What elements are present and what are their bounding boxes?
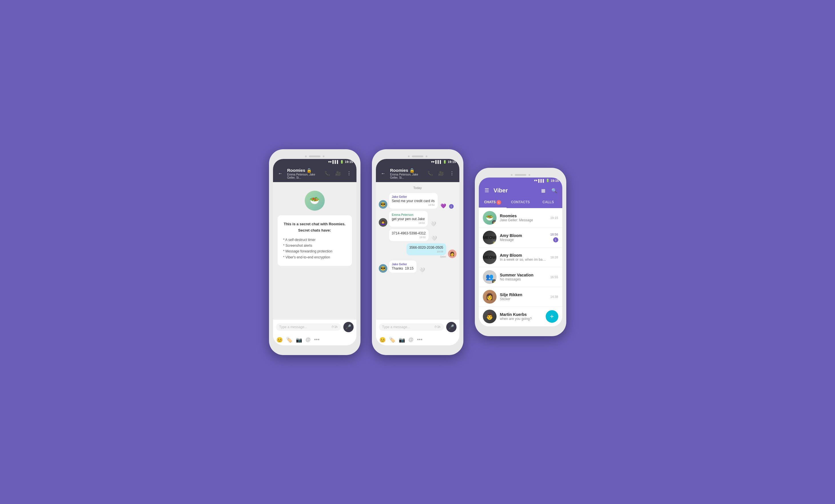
message-input-2[interactable]: Type a message... ⏱1h [379, 323, 444, 331]
chat-title-2: Roomies 🔒 [390, 168, 423, 173]
secret-heading: This is a secret chat with Roomies.Secre… [283, 221, 346, 234]
phone-speaker-2 [412, 156, 423, 157]
camera-icon-2[interactable]: 📷 [399, 337, 405, 343]
wifi-icon-3: ▾▾ [534, 179, 537, 182]
phone-button-2[interactable]: 📞 [426, 169, 434, 178]
lock-badge-summer: 🔒 [492, 279, 496, 284]
wifi-icon: ▾▾ [328, 160, 332, 164]
feature-3: * Message forwarding protection [283, 248, 346, 254]
secret-avatar: 🥗 [305, 191, 325, 211]
input-bar-2: Type a message... ⏱1h 🎤 [376, 319, 460, 335]
tab-chats[interactable]: CHATS1 [479, 197, 507, 208]
mention-icon-2[interactable]: @ [408, 337, 414, 343]
timer-label-2: ⏱1h [434, 325, 440, 328]
battery-icon-3: 🔋 [546, 179, 550, 182]
mention-icon-1[interactable]: @ [306, 337, 311, 343]
chat-time-amy-2: 18:28 [550, 256, 558, 259]
phone-3-top [479, 172, 562, 178]
secret-chat-content: 🥗 This is a secret chat with Roomies.Sec… [273, 182, 357, 319]
chat-item-amy-1[interactable]: MEOW 🔒 Amy Bloom Message 18:56 1 [479, 228, 562, 247]
like-icon-5[interactable]: 🤍 [419, 267, 425, 273]
chat-preview-amy-2: In a week or so, when im back lets meet … [500, 258, 547, 262]
toolbar-1: 😊 🏷️ 📷 @ ••• [273, 335, 357, 345]
more-button-2[interactable]: ⋮ [448, 169, 456, 178]
chat-item-martin[interactable]: 👨 Martin Kuerbs when are you going? + [479, 307, 562, 326]
chat-item-silje[interactable]: 👩 Silje Rikken Sticker 14:38 [479, 287, 562, 307]
chat-item-amy-2[interactable]: MEOW Amy Bloom In a week or so, when im … [479, 247, 562, 267]
back-button-1[interactable]: ← [277, 169, 284, 178]
phone-3-bottom [479, 326, 562, 332]
heart-icon-1[interactable]: 💜 [441, 203, 446, 209]
back-button-2[interactable]: ← [379, 169, 387, 178]
tab-calls[interactable]: CALLS [534, 197, 562, 208]
msg-text-5: Thanks 19:15 [392, 266, 414, 270]
more-tools-icon-2[interactable]: ••• [417, 337, 423, 343]
mic-button-1[interactable]: 🎤 [343, 322, 353, 332]
menu-icon[interactable]: ☰ [483, 186, 491, 195]
chat-time-summer: 16:55 [550, 275, 558, 279]
chat-time-amy-1: 18:56 [550, 233, 558, 236]
like-icon-2[interactable]: 🤍 [430, 221, 436, 227]
like-icon-3[interactable]: 🤍 [431, 236, 437, 241]
phone-button-1[interactable]: 📞 [323, 169, 331, 178]
message-row-1: 😎 Jake Geller Send me your credit card #… [379, 193, 456, 209]
chat-avatar-martin: 👨 [483, 309, 496, 323]
secret-info-box: This is a secret chat with Roomies.Secre… [278, 215, 352, 266]
message-row-3: 3714-4963-5398-4312 19:02 🤍 [379, 229, 456, 241]
msg-bubble-3: 3714-4963-5398-4312 19:02 [389, 229, 429, 241]
msg-bubble-5: Jake Geller Thanks 19:15 [389, 260, 416, 273]
video-button-1[interactable]: 🎥 [334, 169, 342, 178]
more-tools-icon-1[interactable]: ••• [314, 337, 320, 343]
message-row-4: 3566-0020-2036-0505 19:08 Seen 👩 [379, 243, 456, 258]
viber-header: ☰ Viber ▦ 🔍 [479, 183, 562, 197]
sticker-icon-2[interactable]: 🏷️ [389, 337, 395, 343]
msg-text-1: Send me your credit card #s [392, 199, 435, 203]
lock-badge-amy: 🔒 [492, 240, 496, 244]
phone-2-inner: ▾▾ ▌▌▌ 🔋 19:15 ← Roomies 🔒 Emma Peterson… [376, 159, 460, 345]
more-button-1[interactable]: ⋮ [345, 169, 353, 178]
chat-info-amy-1: Amy Bloom Message [500, 233, 547, 242]
emoji-icon-1[interactable]: 😊 [277, 337, 283, 343]
chat-meta-roomies: 19:15 [550, 216, 558, 220]
signal-icon-2: ▌▌▌ [435, 160, 442, 163]
msg-text-3: 3714-4963-5398-4312 [392, 231, 426, 235]
phone-3: ▾▾ ▌▌▌ 🔋 19:15 ☰ Viber ▦ 🔍 CHATS1 CONTAC… [475, 168, 566, 336]
chat-preview-amy-1: Message [500, 238, 547, 242]
chat-item-roomies[interactable]: 🥗 🔒 Roomies Jake Geller: Message 19:15 [479, 208, 562, 228]
fab-button[interactable]: + [546, 310, 558, 323]
msg-bubble-2: Emma Peterson get your pen out Jake 19:0… [389, 211, 428, 227]
camera-icon-1[interactable]: 📷 [296, 337, 302, 343]
chat-meta-silje: 14:38 [550, 295, 558, 299]
chat-meta-martin: + [546, 310, 558, 323]
phone-dot [305, 156, 307, 157]
video-button-2[interactable]: 🎥 [437, 169, 445, 178]
qr-icon[interactable]: ▦ [539, 186, 547, 195]
phone-dot-5 [511, 174, 512, 176]
msg-bubble-1: Jake Geller Send me your credit card #s … [389, 193, 437, 209]
phone-1-top [273, 153, 357, 159]
battery-icon: 🔋 [340, 160, 344, 164]
viber-title: Viber [494, 187, 536, 194]
phone-1-bottom [273, 345, 357, 351]
chat-info-martin: Martin Kuerbs when are you going? [500, 312, 542, 321]
message-input-1[interactable]: Type a message... ⏱1h [276, 323, 341, 331]
chat-name-martin: Martin Kuerbs [500, 312, 542, 317]
search-icon[interactable]: 🔍 [550, 186, 558, 195]
chat-info-amy-2: Amy Bloom In a week or so, when im back … [500, 253, 547, 262]
sticker-icon-1[interactable]: 🏷️ [286, 337, 292, 343]
phone-dot-2 [323, 156, 324, 157]
feature-1: * A self-destruct timer [283, 237, 346, 243]
tab-contacts[interactable]: CONTACTS [507, 197, 534, 208]
chat-meta-summer: 16:55 [550, 275, 558, 279]
chat-info-roomies: Roomies Jake Geller: Message [500, 214, 547, 222]
chat-time-roomies: 19:15 [550, 216, 558, 220]
chat-name-amy-1: Amy Bloom [500, 233, 547, 238]
chat-preview-summer: No messages [500, 277, 547, 281]
status-bar-2: ▾▾ ▌▌▌ 🔋 19:15 [376, 159, 460, 165]
chat-item-summer[interactable]: 👥 🔒 Summer Vacation No messages 16:55 [479, 267, 562, 287]
feature-2: * Screenshot alerts [283, 243, 346, 248]
phone-2-bottom [376, 345, 460, 351]
phone-dot-3 [408, 156, 410, 157]
emoji-icon-2[interactable]: 😊 [379, 337, 386, 343]
mic-button-2[interactable]: 🎤 [446, 322, 456, 332]
